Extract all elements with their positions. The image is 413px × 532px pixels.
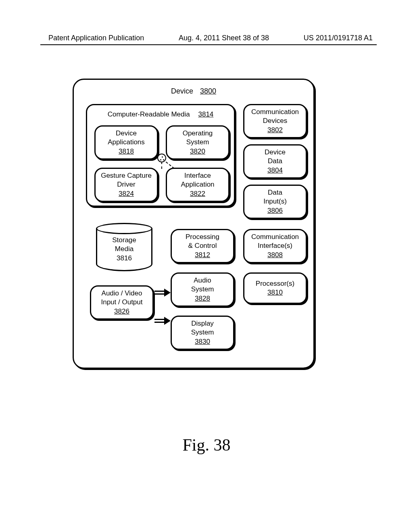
communication-interfaces-ref: 3808 — [267, 251, 283, 260]
av-io-ref: 3826 — [114, 307, 129, 316]
media-ref: 3814 — [198, 110, 214, 118]
display-system-box: Display System 3830 — [171, 316, 234, 350]
data-inputs-ref: 3806 — [267, 206, 283, 215]
audio-system-box: Audio System 3828 — [171, 272, 234, 307]
audio-system-l1: Audio — [194, 276, 211, 285]
audio-system-ref: 3828 — [195, 294, 210, 303]
audio-system-l2: System — [191, 285, 214, 294]
operating-system-l2: System — [186, 138, 209, 147]
media-container: Computer-Readable Media 3814 Device Appl… — [86, 104, 235, 207]
av-io-l1: Audio / Video — [102, 289, 142, 298]
header-rule — [40, 44, 377, 45]
storage-media-l2: Media — [115, 245, 133, 254]
dashed-connector — [158, 148, 159, 155]
communication-interfaces-l2: Interface(s) — [258, 241, 292, 250]
processors-ref: 3810 — [267, 288, 283, 297]
interface-application-ref: 3822 — [190, 189, 205, 198]
communication-devices-l1: Communication — [251, 108, 299, 116]
display-system-ref: 3830 — [195, 337, 210, 346]
device-label: Device — [171, 87, 193, 95]
device-data-l2: Data — [268, 157, 282, 166]
communication-devices-box: Communication Devices 3802 — [243, 104, 307, 138]
communication-devices-ref: 3802 — [267, 126, 283, 135]
storage-media-cylinder: Storage Media 3816 — [96, 223, 152, 271]
header-left: Patent Application Publication — [48, 34, 144, 42]
page-header: Patent Application Publication Aug. 4, 2… — [48, 34, 373, 42]
header-center: Aug. 4, 2011 Sheet 38 of 38 — [179, 34, 269, 42]
device-title: Device 3800 — [74, 87, 313, 96]
processing-control-ref: 3812 — [195, 251, 210, 260]
dashed-connector — [166, 162, 175, 169]
device-applications-ref: 3818 — [119, 147, 134, 156]
processing-control-l1: Processing — [186, 233, 219, 241]
gesture-capture-box: Gesture Capture Driver 3824 — [94, 168, 158, 202]
interface-application-l2: Application — [181, 180, 214, 189]
interface-application-box: Interface Application 3822 — [166, 168, 229, 202]
display-system-l2: System — [191, 328, 214, 337]
device-container: Device 3800 Computer-Readable Media 3814… — [73, 79, 315, 369]
av-io-l2: Input / Output — [101, 298, 142, 307]
device-ref: 3800 — [200, 87, 216, 95]
gesture-capture-ref: 3824 — [119, 189, 134, 198]
processing-control-box: Processing & Control 3812 — [171, 229, 234, 263]
processors-l1: Processor(s) — [256, 279, 294, 288]
device-data-ref: 3804 — [267, 166, 283, 175]
processors-box: Processor(s) 3810 — [243, 272, 307, 304]
operating-system-l1: Operating — [183, 129, 213, 138]
display-system-l1: Display — [191, 319, 214, 328]
gesture-capture-l1: Gesture Capture — [101, 171, 152, 180]
header-right: US 2011/0191718 A1 — [304, 34, 373, 42]
connector-hub-icon — [157, 154, 166, 162]
communication-interfaces-box: Communication Interface(s) 3808 — [243, 229, 307, 263]
media-title: Computer-Readable Media 3814 — [87, 110, 234, 119]
communication-devices-l2: Devices — [263, 116, 287, 125]
device-applications-l2: Applications — [108, 138, 145, 147]
data-inputs-l1: Data — [268, 188, 282, 197]
figure-caption: Fig. 38 — [0, 435, 413, 455]
gesture-capture-l2: Driver — [117, 180, 135, 189]
storage-media-l1: Storage — [112, 236, 136, 245]
device-data-box: Device Data 3804 — [243, 144, 307, 179]
data-inputs-l2: Input(s) — [263, 197, 287, 206]
device-applications-l1: Device — [116, 129, 137, 138]
av-io-box: Audio / Video Input / Output 3826 — [90, 285, 154, 320]
storage-media-ref: 3816 — [117, 254, 132, 263]
device-applications-box: Device Applications 3818 — [94, 125, 158, 160]
dashed-connector — [161, 162, 162, 169]
communication-interfaces-l1: Communication — [251, 233, 299, 241]
media-label: Computer-Readable Media — [108, 110, 190, 118]
operating-system-ref: 3820 — [190, 147, 205, 156]
interface-application-l1: Interface — [184, 171, 211, 180]
device-data-l1: Device — [265, 148, 286, 157]
processing-control-l2: & Control — [188, 241, 217, 250]
operating-system-box: Operating System 3820 — [166, 125, 229, 160]
data-inputs-box: Data Input(s) 3806 — [243, 185, 307, 219]
